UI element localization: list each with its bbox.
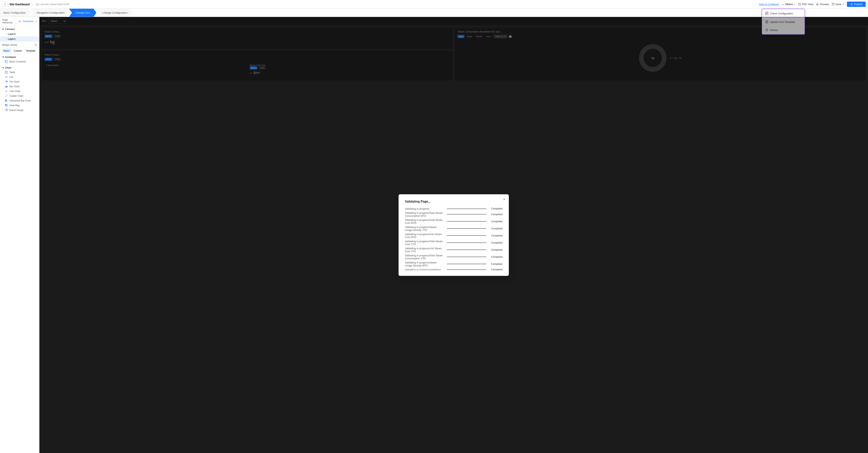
svg-point-17 xyxy=(5,78,6,78)
svg-point-11 xyxy=(35,44,36,46)
svg-rect-26 xyxy=(5,100,7,100)
canvas1-item[interactable]: ▼ Canvas1 xyxy=(0,27,39,32)
svg-rect-4 xyxy=(799,3,801,5)
svg-rect-12 xyxy=(5,60,7,63)
widget-basic-container[interactable]: Basic Container xyxy=(0,59,39,64)
divider: | xyxy=(32,3,33,6)
widget-horizontal-bar-chart[interactable]: Horizontal Bar Chart xyxy=(0,98,39,103)
validation-row: Validating in progressundefined Complete… xyxy=(405,268,502,270)
validation-list: Validating in progress Completed Validat… xyxy=(405,207,502,270)
scenarios-menu-icon[interactable]: ≡ xyxy=(35,20,37,23)
canvas-area: Site: Select Steam Consu... MTD YTD — kg… xyxy=(39,17,868,453)
container-icon xyxy=(5,60,8,63)
svg-rect-31 xyxy=(5,105,6,107)
modal-close-button[interactable]: × xyxy=(503,198,505,202)
svg-rect-32 xyxy=(6,105,8,107)
modal-overlay: Validating Page... × Validating in progr… xyxy=(39,17,868,453)
tab-template[interactable]: Template xyxy=(24,49,37,53)
search-icon[interactable] xyxy=(34,43,37,46)
top-header: Site Dashboard | Last Auto Saved Draft 1… xyxy=(0,0,868,9)
heat-map-icon xyxy=(5,104,8,107)
line-chart-icon xyxy=(5,90,8,93)
validation-row: Validating in progressTotal Steam Consum… xyxy=(405,254,502,260)
tab-custom[interactable]: Custom xyxy=(12,49,24,53)
step-bar: Basic Configuration Navigation Configura… xyxy=(0,9,868,17)
svg-rect-20 xyxy=(6,86,7,88)
category-chart: ▼ Chart Table List xyxy=(0,65,39,113)
widget-line-chart[interactable]: Line Chart xyxy=(0,89,39,94)
validation-row: Validating in progressUnit Steam Cost YT… xyxy=(405,247,502,253)
widget-list[interactable]: List xyxy=(0,75,39,80)
svg-point-15 xyxy=(5,76,6,77)
modal-title: Validating Page... xyxy=(405,200,502,203)
left-sidebar: Page Hierarchy ⊕ Scenarios ≡ ▼ Canvas1 ⠿… xyxy=(0,17,39,453)
page-title: Site Dashboard xyxy=(9,3,30,6)
scatter-chart-icon xyxy=(5,94,8,97)
widget-list: ▼ Container Basic Container ▼ Chart xyxy=(0,54,39,453)
widget-table[interactable]: Table xyxy=(0,70,39,75)
widget-bar-chart[interactable]: Bar Chart xyxy=(0,84,39,89)
svg-point-25 xyxy=(7,95,7,95)
svg-point-2 xyxy=(783,4,783,4)
pie-chart-icon xyxy=(5,80,8,83)
step-linkage-config[interactable]: Linkage Configuration xyxy=(96,9,132,17)
drag-handle-icon: ⠿ xyxy=(5,38,7,40)
step-nav-config[interactable]: Navigation Configuration xyxy=(30,9,69,17)
list-icon xyxy=(5,76,8,79)
svg-point-5 xyxy=(816,3,818,5)
canvas-tree: ▼ Canvas1 ⠿ Layer2 ⠿ Layer1 xyxy=(0,26,39,42)
svg-rect-30 xyxy=(6,104,8,105)
svg-rect-19 xyxy=(5,86,6,88)
scenarios-link[interactable]: Scenarios xyxy=(23,20,33,23)
svg-point-22 xyxy=(5,96,6,97)
save-button[interactable]: Save xyxy=(832,3,844,6)
svg-rect-14 xyxy=(5,71,7,73)
widget-scatter-chart[interactable]: Scatter Chart xyxy=(0,94,39,98)
bar-chart-icon xyxy=(5,85,8,88)
widget-library-header: Widget Library xyxy=(0,42,39,48)
tab-basic[interactable]: Basic xyxy=(2,49,11,53)
validation-row: Validating in progressSteam Usage Densit… xyxy=(405,225,502,232)
publish-button[interactable]: Publish xyxy=(847,2,866,7)
category-container-label[interactable]: ▼ Container xyxy=(0,55,39,59)
widget-pie-chart[interactable]: Pie Chart xyxy=(0,80,39,84)
tree-caret-icon: ▼ xyxy=(2,28,4,30)
svg-point-16 xyxy=(5,77,6,77)
layer2-item[interactable]: ⠿ Layer2 xyxy=(0,32,39,36)
preview-button[interactable]: Preview xyxy=(816,3,829,6)
svg-point-24 xyxy=(6,96,7,96)
validation-row: Validating in progressTotal Steam Cost Y… xyxy=(405,240,502,246)
horizontal-bar-chart-icon xyxy=(5,99,8,102)
step-basic-config[interactable]: Basic Configuration xyxy=(0,9,31,17)
pdf-view-button[interactable]: PDF View xyxy=(798,3,813,6)
validation-row: Validating in progress Completed xyxy=(405,207,502,210)
main-layout: Page Hierarchy ⊕ Scenarios ≡ ▼ Canvas1 ⠿… xyxy=(0,17,868,453)
svg-rect-28 xyxy=(5,101,6,102)
back-button[interactable] xyxy=(2,2,7,7)
donut-gauge-icon xyxy=(5,109,8,112)
auto-saved-status: Last Auto Saved Draft 14:08 xyxy=(36,3,69,6)
category-chart-label[interactable]: ▼ Chart xyxy=(0,66,39,70)
step-canvas-config[interactable]: Canvas Con... xyxy=(69,9,96,17)
check-configuration-item[interactable]: Check Configuration xyxy=(762,10,805,17)
how-to-configure-link[interactable]: How to Configure xyxy=(759,3,779,6)
drag-handle-icon: ⠿ xyxy=(5,33,7,35)
validation-row: Validating in progressSteam Usage Densit… xyxy=(405,261,502,267)
validating-modal: Validating Page... × Validating in progr… xyxy=(399,194,509,276)
header-actions: How to Configure Others PDF View Preview… xyxy=(759,2,866,7)
widget-heat-map[interactable]: Heat Map xyxy=(0,103,39,108)
layer1-item[interactable]: ⠿ Layer1 xyxy=(0,36,39,41)
svg-point-23 xyxy=(6,96,6,96)
widget-tabs: Basic Custom Template xyxy=(0,48,39,54)
add-page-icon[interactable]: ⊕ xyxy=(19,20,21,23)
table-icon xyxy=(5,71,8,74)
page-hierarchy-bar: Page Hierarchy ⊕ Scenarios ≡ xyxy=(0,17,39,26)
svg-rect-27 xyxy=(5,100,7,101)
svg-rect-21 xyxy=(7,86,7,88)
svg-point-1 xyxy=(782,4,782,4)
widget-donut-gauge[interactable]: Donut Gauge xyxy=(0,108,39,113)
svg-rect-29 xyxy=(5,104,6,105)
svg-point-3 xyxy=(783,4,784,4)
others-button[interactable]: Others xyxy=(781,3,796,6)
svg-point-6 xyxy=(817,4,818,5)
